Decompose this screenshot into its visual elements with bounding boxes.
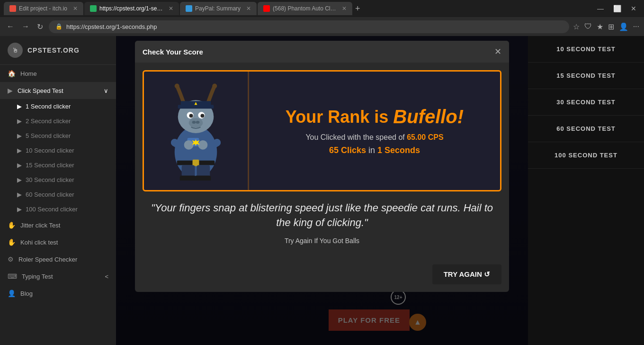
score-modal: Check Your Score ✕ (135, 41, 509, 292)
tab-1[interactable]: Edit project - itch.io ✕ (4, 2, 83, 15)
sidebar-item-2-second[interactable]: ▶ 2 Second clicker (9, 114, 116, 128)
address-bar[interactable]: 🔒 https://cpstest.org/1-seconds.php (49, 20, 569, 33)
character-svg (153, 81, 238, 181)
right-btn-10-second[interactable]: 10 SECOND TEST (528, 36, 644, 63)
label-10-second: 10 Second clicker (26, 147, 74, 154)
logo-icon: 🖱 (8, 43, 23, 58)
svg-point-7 (189, 114, 193, 118)
tab-close-4[interactable]: ✕ (342, 5, 347, 12)
menu-icon[interactable]: ··· (633, 22, 639, 31)
maximize-button[interactable]: ⬜ (609, 3, 625, 14)
sidebar-item-home[interactable]: 🏠 Home (0, 65, 116, 82)
sidebar-item-kohi[interactable]: ✋ Kohi click test (0, 234, 116, 251)
cursor-sub-icon-30: ▶ (17, 176, 22, 183)
tab-4[interactable]: (568) Phantom Auto Clicker ✕ (258, 2, 352, 15)
right-btn-30-second[interactable]: 30 SECOND TEST (528, 89, 644, 116)
clicks-value: 65 Clicks in 1 Seconds (259, 145, 491, 155)
label-15-second: 15 Second clicker (26, 162, 74, 169)
label-5-second: 5 Second clicker (26, 132, 71, 139)
cursor-sub-icon-60: ▶ (17, 191, 22, 198)
tab-label-2: https://cpstest.org/1-seconds.ph (99, 5, 163, 12)
result-card: Your Rank is Bufello! You Clicked with t… (143, 70, 501, 191)
collections-icon[interactable]: ⊞ (608, 22, 614, 31)
modal-title: Check Your Score (143, 48, 203, 56)
svg-point-16 (198, 140, 207, 150)
modal-footer: TRY AGAIN ↺ (135, 257, 509, 292)
close-button[interactable]: ✕ (627, 3, 640, 14)
sidebar-item-5-second[interactable]: ▶ 5 Second clicker (9, 128, 116, 143)
lock-icon: 🔒 (55, 23, 63, 30)
sidebar-item-roller[interactable]: ⚙ Roler Speed Checker (0, 251, 116, 268)
profile-icon[interactable]: 👤 (619, 22, 628, 31)
tab-label-1: Edit project - itch.io (19, 5, 67, 12)
label-blog: Blog (20, 290, 33, 297)
keyboard-icon: ⌨ (8, 272, 17, 280)
home-icon: 🏠 (8, 70, 16, 77)
cursor-sub-icon-15: ▶ (17, 162, 22, 169)
character-image (144, 72, 248, 190)
new-tab-button[interactable]: + (355, 4, 360, 14)
content-area: Check Your Score ✕ (116, 36, 528, 345)
cursor-sub-icon-5: ▶ (17, 132, 22, 139)
forward-button[interactable]: → (20, 20, 31, 33)
sidebar-item-1-second[interactable]: ▶ 1 Second clicker (9, 99, 116, 114)
label-typing: Typing Test (22, 273, 53, 280)
bookmark-star-icon[interactable]: ☆ (573, 22, 580, 31)
svg-rect-22 (195, 175, 211, 181)
sidebar-item-jitter[interactable]: ✋ Jitter click Test (0, 217, 116, 234)
sidebar-item-100-second[interactable]: ▶ 100 Second clicker (9, 202, 116, 217)
hand-icon-jitter: ✋ (8, 221, 16, 229)
tab-close-1[interactable]: ✕ (73, 5, 78, 12)
svg-point-15 (184, 140, 194, 150)
sidebar-item-15-second[interactable]: ▶ 15 Second clicker (9, 158, 116, 172)
right-btn-60-second[interactable]: 60 SECOND TEST (528, 116, 644, 142)
right-btn-15-second[interactable]: 15 SECOND TEST (528, 63, 644, 89)
arrow-down-icon: ∨ (104, 87, 108, 94)
tab-2[interactable]: https://cpstest.org/1-seconds.ph ✕ (84, 2, 179, 15)
cursor-sub-icon-2: ▶ (17, 118, 22, 125)
svg-rect-13 (178, 105, 214, 109)
minimize-button[interactable]: — (593, 3, 608, 14)
sidebar: 🖱 CPSTEST.ORG 🏠 Home ▶ Click Speed Test … (0, 36, 116, 345)
logo-text: CPSTEST.ORG (27, 46, 80, 54)
sidebar-submenu: ▶ 1 Second clicker ▶ 2 Second clicker ▶ … (0, 99, 116, 217)
label-30-second: 30 Second clicker (26, 176, 74, 183)
sidebar-item-30-second[interactable]: ▶ 30 Second clicker (9, 172, 116, 187)
label-roller: Roler Speed Checker (18, 256, 77, 263)
tab-close-2[interactable]: ✕ (169, 5, 173, 12)
sidebar-item-10-second[interactable]: ▶ 10 Second clicker (9, 143, 116, 158)
label-2-second: 2 Second clicker (26, 118, 71, 125)
arrow-typing-icon: < (105, 273, 108, 280)
tab-close-3[interactable]: ✕ (246, 5, 251, 12)
modal-header: Check Your Score ✕ (135, 41, 509, 63)
label-100-second: 100 Second clicker (26, 206, 78, 213)
star-icon[interactable]: ★ (597, 22, 603, 31)
rank-name: Bufello! (393, 106, 464, 127)
user-icon: 👤 (8, 290, 16, 297)
sidebar-item-60-second[interactable]: ▶ 60 Second clicker (9, 187, 116, 202)
sidebar-item-click-speed-test[interactable]: ▶ Click Speed Test ∨ (0, 82, 116, 99)
svg-rect-18 (193, 160, 199, 166)
sidebar-item-blog[interactable]: 👤 Blog (0, 285, 116, 302)
url-text: https://cpstest.org/1-seconds.php (66, 23, 157, 30)
right-btn-100-second[interactable]: 100 SECOND TEST (528, 142, 644, 169)
refresh-button[interactable]: ↻ (35, 20, 45, 33)
modal-overlay: Check Your Score ✕ (116, 36, 528, 345)
svg-point-8 (200, 114, 204, 118)
cursor-icon: ▶ (8, 87, 13, 94)
modal-close-button[interactable]: ✕ (494, 46, 501, 57)
tab-3[interactable]: PayPal: Summary ✕ (180, 2, 257, 15)
try-again-button[interactable]: TRY AGAIN ↺ (432, 264, 501, 284)
sidebar-item-typing[interactable]: ⌨ Typing Test < (0, 268, 116, 285)
back-button[interactable]: ← (5, 20, 16, 33)
speed-value: 65.00 CPS (407, 133, 443, 141)
label-60-second: 60 Second clicker (26, 191, 74, 198)
hand-icon-kohi: ✋ (8, 238, 16, 246)
right-panel-spacer (528, 169, 644, 345)
shield-icon: 🛡 (584, 22, 592, 31)
cursor-sub-icon-100: ▶ (17, 206, 22, 213)
content-background: Check Your Score ✕ (116, 36, 528, 345)
svg-point-3 (175, 84, 179, 89)
result-info: Your Rank is Bufello! You Clicked with t… (249, 97, 500, 165)
gear-icon: ⚙ (8, 255, 14, 263)
